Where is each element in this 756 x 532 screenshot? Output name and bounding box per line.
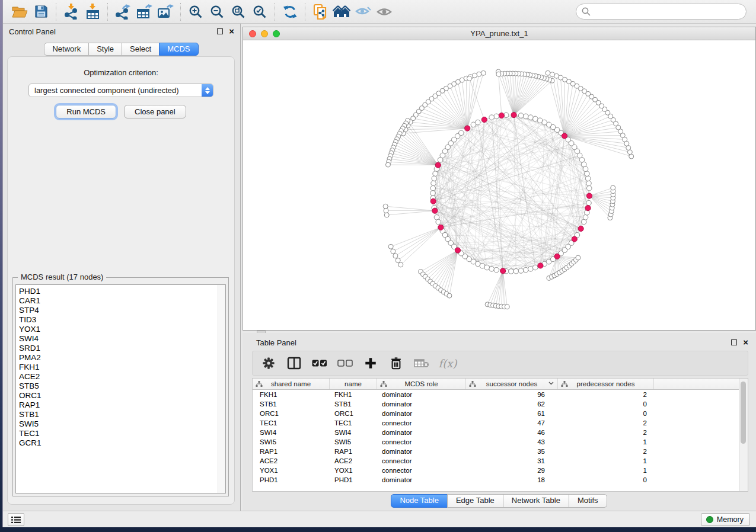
mcds-result-item[interactable]: STB1: [16, 410, 225, 419]
mcds-result-item[interactable]: SWI4: [16, 334, 225, 344]
graph-node[interactable]: [532, 116, 538, 121]
graph-node[interactable]: [467, 76, 472, 81]
mcds-graph-node[interactable]: [438, 225, 444, 230]
graph-node[interactable]: [494, 114, 499, 119]
graph-node[interactable]: [436, 219, 441, 225]
column-header-successor-nodes[interactable]: successor nodes: [466, 379, 558, 389]
memory-button[interactable]: Memory: [701, 513, 750, 526]
graph-node[interactable]: [481, 70, 486, 75]
graph-node[interactable]: [430, 185, 436, 191]
graph-node[interactable]: [528, 267, 534, 272]
export-image-icon[interactable]: [155, 2, 176, 21]
mcds-graph-node[interactable]: [465, 126, 470, 131]
close-table-panel-icon[interactable]: ×: [743, 339, 748, 345]
graph-node[interactable]: [395, 258, 400, 263]
graph-node[interactable]: [550, 72, 554, 77]
close-panel-button[interactable]: Close panel: [124, 105, 186, 118]
show-all-eye-icon[interactable]: [374, 2, 395, 21]
table-row[interactable]: STB1STB1dominator620: [253, 399, 748, 409]
column-header-shared-name[interactable]: shared name: [253, 379, 330, 389]
graph-node[interactable]: [384, 209, 388, 213]
graph-node[interactable]: [585, 171, 590, 177]
select-all-checkbox-icon[interactable]: [310, 353, 330, 373]
mcds-graph-node[interactable]: [572, 236, 577, 242]
mcds-result-item[interactable]: STP4: [16, 306, 225, 315]
graph-node[interactable]: [391, 249, 395, 254]
column-header-predecessor-nodes[interactable]: predecessor nodes: [558, 379, 654, 389]
hide-selected-eye-icon[interactable]: [352, 2, 374, 21]
mcds-result-item[interactable]: ACE2: [16, 372, 225, 382]
graph-node[interactable]: [489, 115, 495, 120]
graph-node[interactable]: [438, 157, 443, 162]
mcds-result-item[interactable]: GCR1: [16, 438, 225, 448]
mcds-result-item[interactable]: CAR1: [16, 296, 225, 306]
criterion-select[interactable]: largest connected component (undirected): [28, 84, 213, 97]
mcds-result-item[interactable]: SRD1: [16, 344, 225, 353]
mcds-result-item[interactable]: PHD1: [16, 287, 225, 296]
table-row[interactable]: ORC1ORC1dominator610: [253, 409, 748, 418]
zoom-in-icon[interactable]: [185, 2, 206, 21]
graph-node[interactable]: [496, 72, 501, 76]
graph-node[interactable]: [532, 265, 538, 270]
deselect-all-checkbox-icon[interactable]: [335, 353, 355, 373]
mcds-graph-node[interactable]: [585, 206, 591, 211]
search-input[interactable]: [594, 6, 746, 18]
mcds-list-scrollbar[interactable]: [218, 285, 225, 493]
mcds-graph-node[interactable]: [435, 162, 441, 168]
mcds-result-item[interactable]: STB5: [16, 382, 225, 391]
float-panel-icon[interactable]: [217, 28, 223, 34]
graph-node[interactable]: [505, 305, 509, 309]
mcds-result-item[interactable]: PMA2: [16, 353, 225, 363]
tab-motifs[interactable]: Motifs: [569, 494, 607, 508]
network-window-titlebar[interactable]: YPA_prune.txt_1: [243, 27, 755, 40]
mcds-graph-node[interactable]: [562, 133, 567, 139]
mcds-result-item[interactable]: ORC1: [16, 391, 225, 400]
graph-node[interactable]: [586, 181, 592, 186]
graph-node[interactable]: [586, 200, 592, 206]
graph-node[interactable]: [383, 204, 388, 209]
close-panel-icon[interactable]: ×: [229, 28, 234, 34]
mcds-result-item[interactable]: TID3: [16, 315, 225, 325]
mcds-graph-node[interactable]: [586, 193, 592, 198]
zoom-fit-icon[interactable]: [228, 2, 249, 21]
graph-node[interactable]: [471, 122, 476, 127]
graph-node[interactable]: [385, 162, 390, 167]
import-table-icon[interactable]: [82, 2, 103, 21]
graph-node[interactable]: [447, 293, 452, 298]
float-table-panel-icon[interactable]: [731, 339, 737, 345]
graph-node[interactable]: [583, 214, 588, 220]
column-header-name[interactable]: name: [330, 379, 377, 389]
graph-node[interactable]: [433, 171, 438, 177]
search-field[interactable]: [576, 4, 747, 20]
mcds-graph-node[interactable]: [538, 263, 543, 268]
mcds-result-list[interactable]: PHD1CAR1STP4TID3YOX1SWI4SRD1PMA2FKH1ACE2…: [15, 284, 226, 493]
mcds-result-item[interactable]: YOX1: [16, 325, 225, 334]
graph-node[interactable]: [430, 191, 436, 196]
node-table[interactable]: shared namenameMCDS rolesuccessor nodesp…: [252, 378, 748, 492]
mcds-graph-node[interactable]: [432, 208, 438, 213]
tab-mcds[interactable]: MCDS: [159, 43, 198, 56]
graph-node[interactable]: [513, 268, 519, 274]
graph-node[interactable]: [484, 265, 490, 270]
tab-node-table[interactable]: Node Table: [391, 494, 448, 508]
export-network-icon[interactable]: [112, 2, 133, 21]
duplicate-network-icon[interactable]: [310, 2, 331, 21]
graph-node[interactable]: [518, 268, 524, 274]
tab-select[interactable]: Select: [122, 43, 160, 56]
graph-node[interactable]: [523, 267, 528, 273]
mcds-result-item[interactable]: SWI5: [16, 419, 225, 429]
graph-node[interactable]: [431, 181, 436, 186]
graph-node[interactable]: [611, 185, 615, 190]
run-mcds-button[interactable]: Run MCDS: [56, 105, 116, 118]
graph-node[interactable]: [523, 114, 528, 119]
table-scrollbar[interactable]: [739, 379, 748, 491]
tab-network[interactable]: Network: [44, 43, 89, 56]
table-row[interactable]: SWI4SWI4dominator462: [253, 428, 748, 437]
graph-node[interactable]: [528, 115, 534, 120]
graph-node[interactable]: [518, 113, 524, 118]
task-history-button[interactable]: [8, 513, 24, 526]
mcds-result-item[interactable]: RAP1: [16, 400, 225, 410]
tab-edge-table[interactable]: Edge Table: [447, 494, 503, 508]
import-network-icon[interactable]: [60, 2, 82, 21]
delete-icon[interactable]: [386, 353, 406, 373]
